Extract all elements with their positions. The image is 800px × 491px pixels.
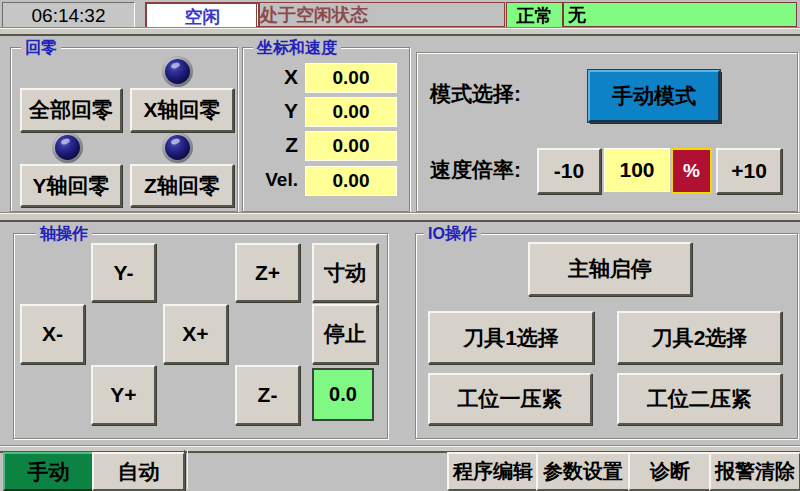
io-ops-panel-title: IO操作 [424,224,481,243]
hmi-screen: 06:14:32 空闲 处于空闲状态 正常 无 回零 全部回零 X轴回零 Y轴回… [0,0,800,491]
mode-manual-button[interactable]: 手动模式 [588,70,720,122]
coord-z-label: Z [246,131,298,159]
coords-panel-title: 坐标和速度 [253,38,341,57]
home-y-button[interactable]: Y轴回零 [20,164,122,207]
clock-display: 06:14:32 [2,2,135,29]
speed-override-label: 速度倍率: [430,156,521,184]
alarm-status-field: 正常 [506,2,563,29]
override-plus-button[interactable]: +10 [716,148,782,194]
x-home-led-indicator [162,56,193,87]
jog-x-plus-button[interactable]: X+ [163,304,228,364]
override-minus-button[interactable]: -10 [537,148,601,194]
jog-step-field[interactable]: 0.0 [312,368,374,421]
homing-panel-title: 回零 [21,38,61,57]
jog-x-minus-button[interactable]: X- [20,304,85,364]
z-home-led-indicator [162,132,193,163]
coord-y-value: 0.00 [305,97,397,127]
auto-mode-tab[interactable]: 自动 [92,452,185,491]
axis-ops-panel-title: 轴操作 [36,224,92,243]
coord-x-value: 0.00 [305,63,397,93]
jog-z-plus-button[interactable]: Z+ [235,243,300,302]
home-x-button[interactable]: X轴回零 [130,88,234,132]
velocity-label: Vel. [246,166,298,194]
spindle-start-stop-button[interactable]: 主轴启停 [528,242,692,296]
home-z-button[interactable]: Z轴回零 [130,164,234,207]
home-all-button[interactable]: 全部回零 [20,88,122,132]
middle-divider [0,213,800,222]
manual-mode-tab[interactable]: 手动 [3,452,94,491]
machine-state-field: 空闲 [145,2,260,31]
jog-y-plus-button[interactable]: Y+ [91,365,156,425]
top-divider [0,28,800,36]
jog-y-minus-button[interactable]: Y- [91,243,156,302]
stop-button[interactable]: 停止 [312,304,378,364]
coord-z-value: 0.00 [305,131,397,161]
station1-clamp-button[interactable]: 工位一压紧 [428,373,592,425]
jog-z-minus-button[interactable]: Z- [235,365,300,425]
tool2-select-button[interactable]: 刀具2选择 [617,311,782,364]
velocity-value: 0.00 [305,166,397,196]
percent-badge: % [671,148,712,194]
state-description-field: 处于空闲状态 [256,2,505,27]
alarm-message-field: 无 [563,2,797,27]
coord-x-label: X [246,63,298,91]
alarm-clear-button[interactable]: 报警清除 [709,452,800,491]
override-value-field: 100 [604,148,670,192]
jog-mode-button[interactable]: 寸动 [312,243,378,302]
station2-clamp-button[interactable]: 工位二压紧 [617,373,782,425]
tool1-select-button[interactable]: 刀具1选择 [428,311,594,364]
param-settings-button[interactable]: 参数设置 [536,452,630,491]
program-edit-button[interactable]: 程序编辑 [447,452,539,491]
bottom-bar-separator [184,450,188,489]
mode-select-label: 模式选择: [430,80,521,108]
coord-y-label: Y [246,97,298,125]
y-home-led-indicator [52,132,83,163]
diagnosis-button[interactable]: 诊断 [628,452,712,491]
